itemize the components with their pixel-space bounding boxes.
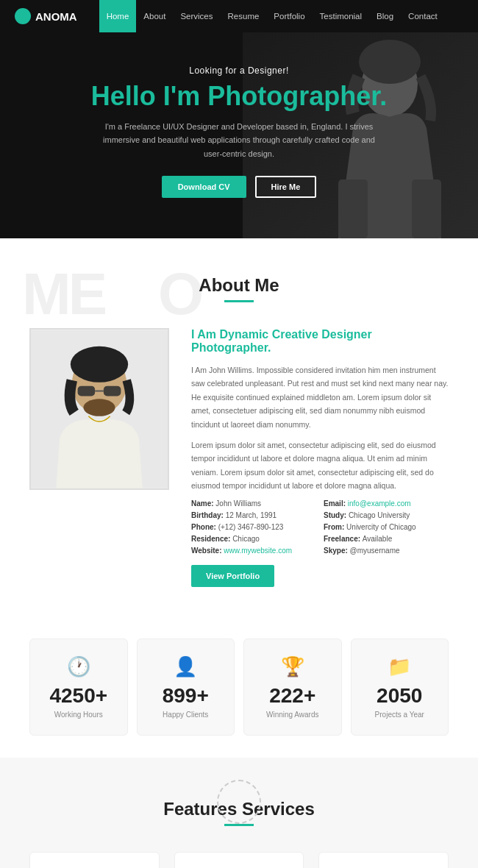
stat-number-1: 899+	[145, 684, 227, 708]
stat-label-1: Happy Clients	[145, 711, 227, 719]
about-para-1: I Am John Willims. Impossible considered…	[191, 363, 449, 431]
about-detail-0: Name: John Williams	[191, 499, 316, 508]
about-text-content: I Am Dynamic Creative Designer Photograp…	[191, 328, 449, 587]
stat-label-0: Working Hours	[38, 711, 120, 719]
svg-point-7	[71, 346, 128, 383]
stat-card-2: 🏆 222+ Winning Awards	[243, 638, 342, 736]
stat-card-3: 📁 2050 Projects a Year	[351, 638, 449, 736]
about-headline: I Am Dynamic Creative Designer Photograp…	[191, 328, 449, 355]
download-cv-button[interactable]: Download CV	[162, 176, 246, 198]
stat-icon-1: 👤	[145, 655, 227, 678]
stat-card-0: 🕐 4250+ Working Hours	[29, 638, 128, 736]
hero-content: Looking for a Designer! Hello I'm Photog…	[37, 65, 441, 198]
about-detail-2: Birthday: 12 March, 1991	[191, 511, 316, 519]
about-details-grid: Name: John WilliamsEmail: info@example.c…	[191, 499, 449, 555]
stat-icon-0: 🕐	[38, 655, 120, 678]
about-detail-4: Phone: (+12) 3467-890-123	[191, 523, 316, 531]
hero-section: Looking for a Designer! Hello I'm Photog…	[0, 32, 478, 238]
hero-subtitle: Looking for a Designer!	[37, 65, 441, 76]
features-grid: ⚙ Export Presets Lisque persius interess…	[29, 852, 449, 868]
about-detail-8: Website: www.mywebsite.com	[191, 547, 316, 555]
nav-link-about[interactable]: About	[136, 0, 173, 32]
feature-card-2: ✛ Pixel Precision Lisque persius interes…	[318, 852, 449, 868]
features-title-underline	[224, 824, 254, 826]
nav-link-contact[interactable]: Contact	[401, 0, 445, 32]
about-detail-3: Study: Chicago University	[324, 511, 449, 519]
hero-buttons: Download CV Hire Me	[37, 176, 441, 198]
logo-icon	[15, 8, 31, 24]
about-detail-9: Skype: @myusername	[324, 547, 449, 555]
hero-description: I'm a Freelance UI/UX Designer and Devel…	[99, 120, 379, 161]
features-title-wrap: Features Services	[29, 794, 449, 826]
about-detail-1: Email: info@example.com	[324, 499, 449, 508]
nav-link-testimonial[interactable]: Testimonial	[313, 0, 370, 32]
about-section-title: About Me	[29, 275, 449, 296]
stat-icon-3: 📁	[359, 655, 441, 678]
about-photo-wrap	[29, 328, 169, 587]
feature-card-1: ☰ Grid and Guides Lisque persius interes…	[174, 852, 304, 868]
stat-number-2: 222+	[252, 684, 334, 708]
svg-point-11	[83, 399, 115, 416]
about-title-underline	[224, 300, 254, 302]
feature-card-0: ⚙ Export Presets Lisque persius interess…	[29, 852, 160, 868]
hero-title: Hello I'm Photographer.	[37, 82, 441, 111]
stat-number-0: 4250+	[38, 684, 120, 708]
about-para-2: Lorem ipsum dolor sit amet, consectetur …	[191, 438, 449, 493]
nav-link-services[interactable]: Services	[173, 0, 220, 32]
about-detail-7: Freelance: Available	[324, 535, 449, 543]
stats-section: 🕐 4250+ Working Hours 👤 899+ Happy Clien…	[0, 616, 478, 758]
site-logo: ANOMA	[15, 8, 77, 24]
about-section: ME O About Me	[0, 238, 478, 616]
stat-label-3: Projects a Year	[359, 711, 441, 719]
about-content: I Am Dynamic Creative Designer Photograp…	[29, 328, 449, 587]
stat-card-1: 👤 899+ Happy Clients	[137, 638, 235, 736]
nav-link-resume[interactable]: Resume	[221, 0, 267, 32]
hire-me-button[interactable]: Hire Me	[255, 176, 317, 198]
svg-rect-8	[78, 386, 95, 396]
stat-label-2: Winning Awards	[252, 711, 334, 719]
stat-icon-2: 🏆	[252, 655, 334, 678]
about-detail-5: From: Univercity of Chicago	[324, 523, 449, 531]
nav-link-home[interactable]: Home	[99, 0, 137, 32]
stat-number-3: 2050	[359, 684, 441, 708]
about-photo-frame	[29, 328, 169, 490]
nav-link-portfolio[interactable]: Portfolio	[266, 0, 312, 32]
features-section: Features Services ⚙ Export Presets Lisqu…	[0, 758, 478, 868]
about-title-wrap: About Me	[29, 275, 449, 302]
svg-rect-9	[104, 386, 121, 396]
navbar: ANOMA HomeAboutServicesResumePortfolioTe…	[0, 0, 478, 32]
nav-links: HomeAboutServicesResumePortfolioTestimon…	[99, 0, 445, 32]
nav-link-blog[interactable]: Blog	[369, 0, 401, 32]
about-detail-6: Residence: Chicago	[191, 535, 316, 543]
view-portfolio-button[interactable]: View Portfolio	[191, 565, 274, 587]
